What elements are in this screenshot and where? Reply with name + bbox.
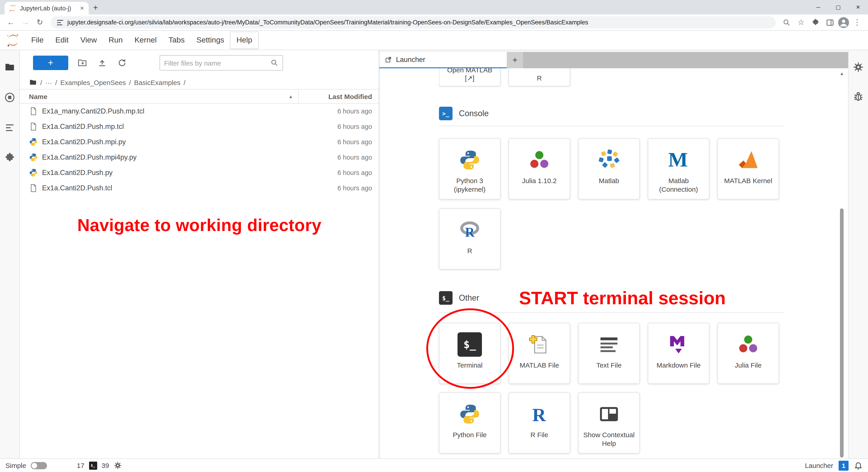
extension-manager-puzzle-icon[interactable] xyxy=(4,152,16,164)
side-panel-icon[interactable] xyxy=(824,16,836,29)
breadcrumb-folder-current[interactable]: BasicExamples xyxy=(134,78,180,86)
launcher-card-text-file[interactable]: Text File xyxy=(578,323,640,384)
scrollbar-up-arrow[interactable]: ▲ xyxy=(839,71,844,76)
launcher-card-r-console[interactable]: R xyxy=(439,209,500,270)
extensions-puzzle-icon[interactable] xyxy=(809,16,822,29)
terminals-count: 17 xyxy=(77,462,84,469)
browser-tab[interactable]: JupyterLab (auto-j) ✕ xyxy=(4,2,89,14)
launcher-card-matlab-connection[interactable]: Matlab (Connection) xyxy=(648,138,709,199)
forward-button[interactable]: → xyxy=(19,16,32,29)
new-folder-icon[interactable] xyxy=(76,57,88,69)
file-browser-folder-icon[interactable] xyxy=(4,62,16,73)
launcher-card-open-matlab[interactable]: Open MATLAB [↗] xyxy=(439,68,500,86)
launcher-card-terminal[interactable]: $_ Terminal xyxy=(439,323,500,384)
refresh-icon[interactable] xyxy=(116,57,128,69)
zoom-icon[interactable] xyxy=(780,16,793,29)
kernel-status-gear-icon[interactable] xyxy=(114,461,122,470)
launcher-card-python-console[interactable]: Python 3 (ipykernel) xyxy=(439,138,500,199)
debugger-bug-icon[interactable] xyxy=(852,91,864,102)
menu-kernel[interactable]: Kernel xyxy=(129,32,162,49)
browser-tab-title: JupyterLab (auto-j) xyxy=(20,5,76,11)
launcher-card-matlab-file[interactable]: MATLAB File xyxy=(508,323,570,384)
launcher-card-python-file[interactable]: Python File xyxy=(439,392,500,453)
scrollbar-thumb[interactable] xyxy=(840,209,844,458)
add-tab-button[interactable]: + xyxy=(507,52,523,68)
launcher-card-r-cut[interactable]: R xyxy=(508,68,570,86)
file-modified: 6 hours ago xyxy=(338,185,379,192)
card-label: MATLAB File xyxy=(518,361,561,370)
launcher-card-matlab-console[interactable]: Matlab xyxy=(578,138,640,199)
filter-files-input[interactable] xyxy=(164,59,270,67)
address-bar[interactable]: jupyter.designsafe-ci.org/user/silvia/la… xyxy=(51,16,776,29)
launcher-card-julia-file[interactable]: Julia File xyxy=(717,323,779,384)
file-icon xyxy=(29,184,38,193)
simple-mode-toggle[interactable] xyxy=(31,462,47,469)
r-file-icon xyxy=(528,401,551,427)
profile-avatar[interactable] xyxy=(838,17,849,28)
file-row[interactable]: Ex1a.Canti2D.Push.py 6 hours ago xyxy=(20,165,379,180)
launcher-card-r-file[interactable]: R File xyxy=(508,392,570,453)
launcher-panel: Launcher + Open MATLAB [↗] R >_ xyxy=(379,50,848,459)
current-panel-label: Launcher xyxy=(805,462,833,469)
file-row[interactable]: Ex1a.Canti2D.Push.mpi.py 6 hours ago xyxy=(20,134,379,150)
breadcrumb-folder[interactable]: Examples_OpenSees xyxy=(60,78,126,86)
card-label: Markdown File xyxy=(654,361,703,370)
console-card-row-2: R xyxy=(439,209,848,270)
launcher-card-matlab-kernel[interactable]: MATLAB Kernel xyxy=(717,138,779,199)
bookmark-star-icon[interactable]: ☆ xyxy=(795,16,807,29)
launcher-card-julia-console[interactable]: Julia 1.10.2 xyxy=(508,138,570,199)
reload-button[interactable]: ↻ xyxy=(33,16,46,29)
close-button[interactable]: ✕ xyxy=(848,0,868,14)
other-section-title: Other xyxy=(459,293,479,303)
tab-close-icon[interactable]: ✕ xyxy=(80,5,84,11)
maximize-button[interactable]: ▢ xyxy=(828,0,848,14)
column-name-header[interactable]: Name ▲ xyxy=(20,90,299,103)
r-logo-icon xyxy=(458,217,481,243)
table-of-contents-icon[interactable] xyxy=(4,122,16,133)
file-row[interactable]: Ex1a.Canti2D.Push.mp.tcl 6 hours ago xyxy=(20,119,379,134)
column-modified-header[interactable]: Last Modified xyxy=(299,90,379,103)
menu-view[interactable]: View xyxy=(74,32,103,49)
terminal-status-icon[interactable]: $_ xyxy=(89,461,97,470)
notification-bell-icon[interactable] xyxy=(854,461,863,470)
menu-tabs[interactable]: Tabs xyxy=(162,32,191,49)
menu-run[interactable]: Run xyxy=(103,32,129,49)
matlab-file-icon xyxy=(528,332,551,357)
notification-count-badge[interactable]: 1 xyxy=(839,461,848,470)
card-label: Text File xyxy=(594,361,624,370)
new-launcher-button[interactable]: + xyxy=(33,56,68,70)
column-name-label: Name xyxy=(29,92,48,100)
new-tab-button[interactable]: + xyxy=(93,4,98,12)
launcher-tab[interactable]: Launcher xyxy=(379,52,507,68)
breadcrumb-sep: / xyxy=(40,78,42,86)
site-info-icon[interactable] xyxy=(57,20,63,25)
launcher-card-markdown-file[interactable]: Markdown File xyxy=(648,323,709,384)
console-card-row: Python 3 (ipykernel) Julia 1.10.2 Matlab… xyxy=(439,138,848,199)
toggle-knob xyxy=(32,463,37,468)
running-sessions-icon[interactable] xyxy=(4,92,16,103)
file-name: Ex1a.Canti2D.Push.tcl xyxy=(42,184,112,192)
file-name: Ex1a.Canti2D.Push.mpi4py.py xyxy=(42,153,136,161)
file-row[interactable]: Ex1a_many.Canti2D.Push.mp.tcl 6 hours ag… xyxy=(20,103,379,119)
column-modified-label: Last Modified xyxy=(329,92,372,100)
property-inspector-gear-icon[interactable] xyxy=(852,62,864,73)
menu-edit[interactable]: Edit xyxy=(50,32,74,49)
menu-help[interactable]: Help xyxy=(230,32,258,49)
upload-icon[interactable] xyxy=(96,57,108,69)
menu-file[interactable]: File xyxy=(25,32,50,49)
file-modified: 6 hours ago xyxy=(338,154,379,161)
browser-menu-icon[interactable]: ⋮ xyxy=(851,16,864,29)
menu-settings[interactable]: Settings xyxy=(191,32,230,49)
file-row[interactable]: Ex1a.Canti2D.Push.tcl 6 hours ago xyxy=(20,180,379,196)
launcher-card-contextual-help[interactable]: Show Contextual Help xyxy=(578,392,640,453)
console-icon: >_ xyxy=(439,107,453,120)
breadcrumb-ellipsis[interactable]: ··· xyxy=(45,78,52,86)
minimize-button[interactable]: ─ xyxy=(808,0,828,14)
jupyter-menubar: File Edit View Run Kernel Tabs Settings … xyxy=(0,31,868,50)
annotation-navigate: Navigate to working directory xyxy=(20,216,379,235)
file-row[interactable]: Ex1a.Canti2D.Push.mpi4py.py 6 hours ago xyxy=(20,150,379,165)
card-label: Julia 1.10.2 xyxy=(520,177,559,185)
back-button[interactable]: ← xyxy=(4,16,17,29)
file-icon xyxy=(29,107,38,116)
home-folder-icon[interactable] xyxy=(29,78,37,86)
